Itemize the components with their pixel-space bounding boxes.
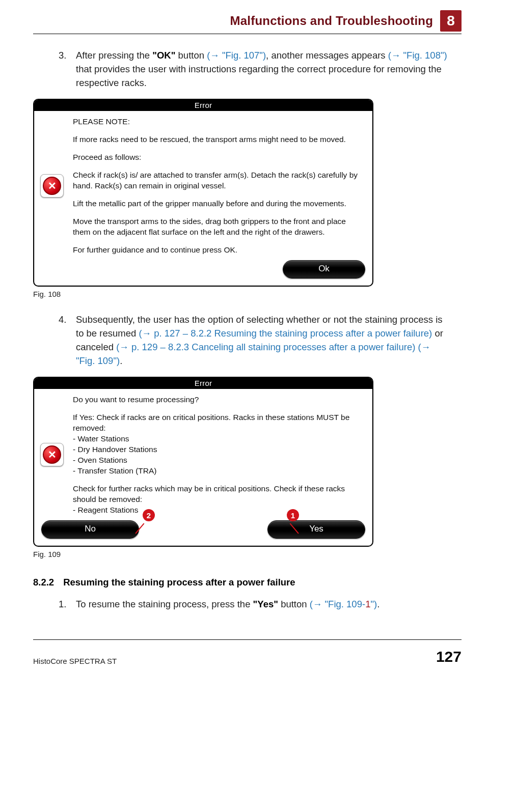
xref-link-close: ")	[370, 599, 377, 609]
section-number: 8.2.2	[33, 577, 54, 588]
xref-link[interactable]: (→ p. 129 – 8.2.3 Canceling all staining…	[116, 342, 415, 352]
dialog-line: Proceed as follows:	[73, 152, 365, 162]
text: that provides the user with instructions…	[76, 64, 442, 88]
dialog-line: Check for further racks which may be in …	[73, 483, 365, 505]
xref-link[interactable]: (→ "Fig. 109	[310, 599, 362, 609]
text: button	[278, 599, 310, 609]
dialog-line: - Oven Stations	[73, 455, 365, 465]
error-icon: ✕	[37, 443, 67, 466]
dialog-line: Move the transport arms to the sides, dr…	[73, 216, 365, 237]
callout-badge-1: 1	[287, 509, 299, 521]
list-number: 3.	[59, 48, 69, 90]
text: .	[120, 355, 122, 366]
section-title: Malfunctions and Troubleshooting	[230, 14, 433, 28]
dialog-text: PLEASE NOTE: If more racks need to be re…	[73, 116, 365, 255]
callout-badge-2: 2	[143, 509, 155, 521]
product-name: HistoCore SPECTRA ST	[33, 657, 117, 665]
dialog-title: Error	[34, 100, 372, 111]
chapter-number-box: 8	[440, 10, 462, 32]
page-header: Malfunctions and Troubleshooting 8	[33, 10, 462, 32]
no-button[interactable]: No	[41, 520, 139, 539]
text: button	[175, 50, 207, 61]
page-number: 127	[436, 648, 462, 665]
dialog-line: - Transfer Station (TRA)	[73, 465, 365, 476]
text: After pressing the	[76, 50, 152, 61]
section-heading: 8.2.2 Resuming the staining process afte…	[33, 577, 462, 588]
text: , another messages appears	[266, 50, 388, 61]
error-dialog-109: Error ✕ Do you want to resume processing…	[33, 377, 373, 547]
error-dialog-108: Error ✕ PLEASE NOTE: If more racks need …	[33, 99, 373, 287]
page-footer: HistoCore SPECTRA ST 127	[33, 644, 462, 665]
header-divider	[33, 34, 462, 34]
text: To resume the staining process, press th…	[76, 599, 253, 609]
list-number: 4.	[59, 313, 69, 368]
step-1: 1. To resume the staining process, press…	[59, 597, 462, 611]
error-icon: ✕	[37, 174, 67, 198]
yes-bold: "Yes"	[253, 599, 278, 609]
ok-bold: "OK"	[152, 50, 175, 61]
callout-ref: 1	[365, 599, 370, 609]
xref-link[interactable]: (→ "Fig. 107")	[207, 50, 266, 61]
dialog-line: - Water Stations	[73, 433, 365, 444]
figure-caption-108: Fig. 108	[33, 290, 462, 298]
xref-link[interactable]: (→ "Fig. 108")	[388, 50, 447, 61]
dialog-line: Check if rack(s) is/ are attached to tra…	[73, 170, 365, 191]
dialog-line: If more racks need to be rescued, the tr…	[73, 134, 365, 145]
dialog-line: - Reagent Stations	[73, 505, 365, 515]
step-4: 4. Subsequently, the user has the option…	[59, 313, 462, 368]
dialog-line: Do you want to resume processing?	[73, 394, 365, 405]
section-title-text: Resuming the staining process after a po…	[63, 577, 295, 588]
yes-button[interactable]: Yes	[267, 520, 365, 539]
ok-button[interactable]: Ok	[283, 260, 365, 278]
footer-divider	[33, 639, 462, 640]
dialog-text: Do you want to resume processing? If Yes…	[73, 394, 365, 515]
dialog-line: - Dry Handover Stations	[73, 444, 365, 455]
dialog-title: Error	[34, 378, 372, 389]
dialog-line: Lift the metallic part of the gripper ma…	[73, 198, 365, 209]
figure-caption-109: Fig. 109	[33, 550, 462, 558]
step-3: 3. After pressing the "OK" button (→ "Fi…	[59, 48, 462, 90]
xref-link[interactable]: (→ p. 127 – 8.2.2 Resuming the staining …	[139, 328, 432, 339]
dialog-line: PLEASE NOTE:	[73, 116, 365, 127]
dialog-line: If Yes: Check if racks are on critical p…	[73, 412, 365, 433]
text: .	[377, 599, 380, 609]
dialog-line: For further guidance and to continue pre…	[73, 244, 365, 255]
list-number: 1.	[59, 597, 69, 611]
